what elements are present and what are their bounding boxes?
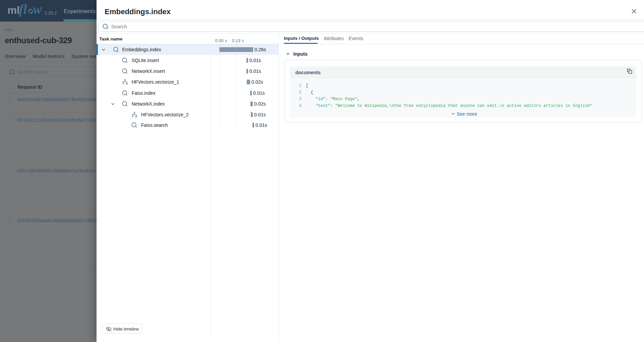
svg-text:3: 3 xyxy=(126,82,128,85)
svg-text:3: 3 xyxy=(135,114,137,118)
